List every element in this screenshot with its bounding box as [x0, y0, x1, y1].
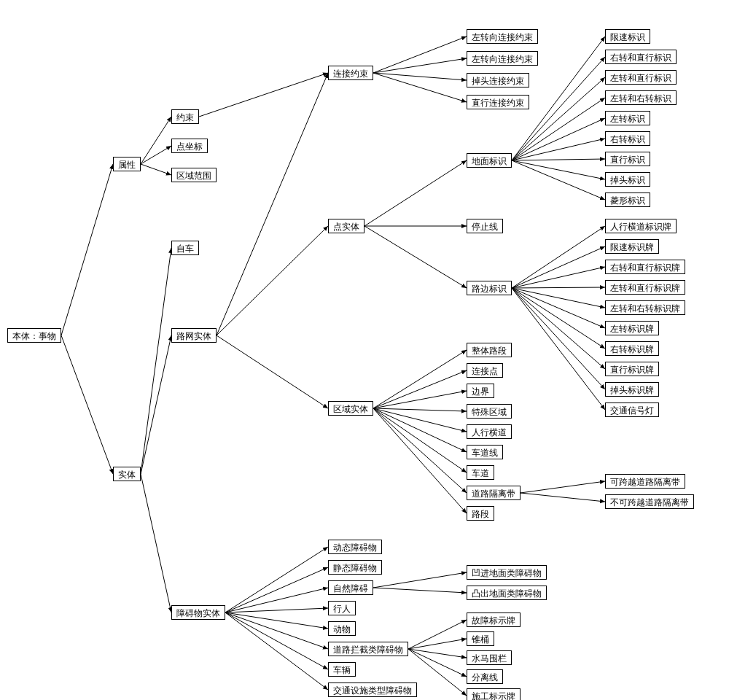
- entity-node: 实体: [113, 467, 141, 481]
- svg-line-31: [512, 287, 605, 288]
- nat-1: 凸出地面类障碍物: [467, 586, 547, 600]
- svg-line-12: [373, 36, 467, 73]
- ob-5: 道路拦截类障碍物: [328, 642, 408, 656]
- gm-8: 菱形标识: [605, 192, 650, 207]
- svg-line-32: [512, 288, 605, 308]
- blk-2: 水马围栏: [467, 650, 512, 665]
- svg-line-18: [364, 226, 467, 288]
- gm-5: 右转标识: [605, 131, 650, 146]
- ego-node: 自车: [171, 241, 199, 255]
- rs-0: 人行横道标识牌: [605, 219, 677, 233]
- svg-line-23: [512, 118, 605, 160]
- conn-kid-0: 左转向连接约束: [467, 29, 538, 44]
- svg-line-43: [373, 408, 467, 452]
- svg-line-46: [373, 408, 467, 513]
- svg-line-61: [408, 649, 467, 658]
- blk-0: 故障标示牌: [467, 612, 521, 627]
- gm-6: 直行标识: [605, 152, 650, 166]
- svg-line-29: [512, 246, 605, 288]
- svg-line-6: [141, 248, 171, 474]
- svg-line-7: [141, 335, 171, 474]
- area-2: 边界: [467, 384, 494, 398]
- svg-line-40: [373, 391, 467, 408]
- svg-line-62: [408, 649, 467, 677]
- conn-kid-2: 掉头连接约束: [467, 73, 529, 88]
- svg-line-63: [408, 649, 467, 696]
- svg-line-0: [61, 164, 113, 335]
- rs-4: 左转和右转标识牌: [605, 300, 685, 315]
- rs-3: 左转和直行标识牌: [605, 280, 685, 295]
- svg-line-41: [373, 408, 467, 411]
- area-6: 车道: [467, 465, 494, 480]
- ob-7: 交通设施类型障碍物: [328, 682, 417, 697]
- gm-2: 左转和直行标识: [605, 70, 677, 85]
- rs-6: 右转标识牌: [605, 341, 659, 356]
- area-4: 人行横道: [467, 424, 512, 439]
- svg-line-16: [364, 160, 467, 226]
- gm-1: 右转和直行标识: [605, 50, 677, 64]
- svg-line-27: [512, 160, 605, 200]
- svg-line-10: [217, 226, 328, 335]
- ob-4: 动物: [328, 621, 356, 636]
- gm-7: 掉头标识: [605, 172, 650, 187]
- rs-7: 直行标识牌: [605, 362, 659, 376]
- rs-1: 限速标识牌: [605, 239, 659, 254]
- svg-line-34: [512, 288, 605, 349]
- ob-3: 行人: [328, 601, 356, 615]
- svg-line-59: [408, 620, 467, 649]
- svg-line-1: [61, 335, 113, 474]
- svg-line-42: [373, 408, 467, 432]
- blk-3: 分离线: [467, 669, 503, 684]
- svg-line-44: [373, 408, 467, 472]
- conn-kid-3: 直行连接约束: [467, 95, 529, 109]
- svg-line-38: [373, 350, 467, 408]
- svg-line-52: [225, 608, 328, 612]
- svg-line-60: [408, 639, 467, 649]
- svg-line-57: [373, 572, 467, 588]
- svg-line-26: [512, 160, 605, 179]
- area-1: 连接点: [467, 363, 503, 378]
- svg-line-3: [141, 146, 171, 164]
- svg-line-2: [141, 117, 171, 164]
- sep-0: 可跨越道路隔离带: [605, 474, 685, 489]
- svg-line-48: [521, 493, 605, 502]
- ob-6: 车辆: [328, 662, 356, 677]
- point-entity-node: 点实体: [328, 219, 364, 233]
- conn-constraint-node: 连接约束: [328, 66, 373, 80]
- svg-line-45: [373, 408, 467, 493]
- svg-line-4: [141, 164, 171, 175]
- ob-2: 自然障碍: [328, 580, 373, 595]
- nat-0: 凹进地面类障碍物: [467, 565, 547, 580]
- svg-line-50: [225, 567, 328, 612]
- ob-0: 动态障碍物: [328, 540, 382, 554]
- svg-line-13: [373, 58, 467, 73]
- obstacle-node: 障碍物实体: [171, 605, 225, 620]
- svg-line-30: [512, 267, 605, 288]
- gm-4: 左转标识: [605, 111, 650, 125]
- area-3: 特殊区域: [467, 404, 512, 419]
- svg-line-14: [373, 73, 467, 80]
- ob-1: 静态障碍物: [328, 560, 382, 575]
- root-node: 本体：事物: [7, 328, 61, 343]
- sep-1: 不可跨越道路隔离带: [605, 494, 694, 509]
- svg-line-39: [373, 370, 467, 408]
- area-0: 整体路段: [467, 343, 512, 357]
- attr-child-1: 点坐标: [171, 139, 208, 153]
- svg-line-55: [225, 612, 328, 669]
- gm-3: 左转和右转标识: [605, 90, 677, 105]
- svg-line-5: [199, 73, 328, 117]
- conn-kid-1: 左转向连接约束: [467, 51, 538, 66]
- svg-line-36: [512, 288, 605, 389]
- svg-line-28: [512, 226, 605, 288]
- rs-9: 交通信号灯: [605, 402, 659, 417]
- rs-2: 右转和直行标识牌: [605, 260, 685, 274]
- svg-line-8: [141, 474, 171, 612]
- svg-line-9: [217, 73, 328, 335]
- svg-line-54: [225, 612, 328, 649]
- svg-line-15: [373, 73, 467, 102]
- attr-node: 属性: [113, 157, 141, 171]
- attr-child-2: 区域范围: [171, 168, 217, 182]
- svg-line-24: [512, 139, 605, 160]
- gm-0: 限速标识: [605, 29, 650, 44]
- stop-line-node: 停止线: [467, 219, 503, 233]
